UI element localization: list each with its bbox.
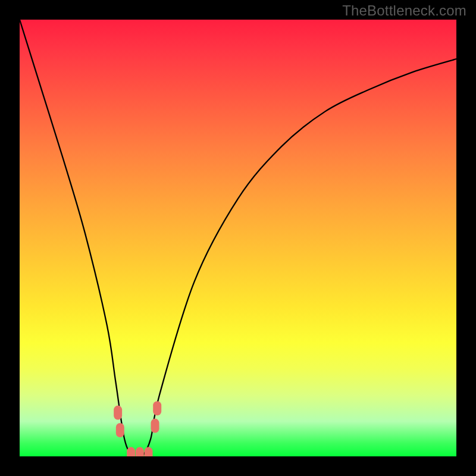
marker-floor-right (145, 447, 153, 456)
marker-right-cluster-top (153, 401, 161, 415)
marker-floor-mid (136, 447, 144, 456)
chart-frame: TheBottleneck.com (0, 0, 476, 476)
chart-svg (20, 20, 456, 456)
marker-left-cluster-bottom (116, 423, 124, 437)
marker-left-cluster-top (114, 406, 122, 420)
marker-right-cluster-bottom (151, 419, 159, 433)
markers-group (114, 401, 161, 456)
bottleneck-curve (20, 20, 456, 456)
marker-floor-left (127, 447, 135, 456)
watermark-text: TheBottleneck.com (342, 2, 466, 19)
